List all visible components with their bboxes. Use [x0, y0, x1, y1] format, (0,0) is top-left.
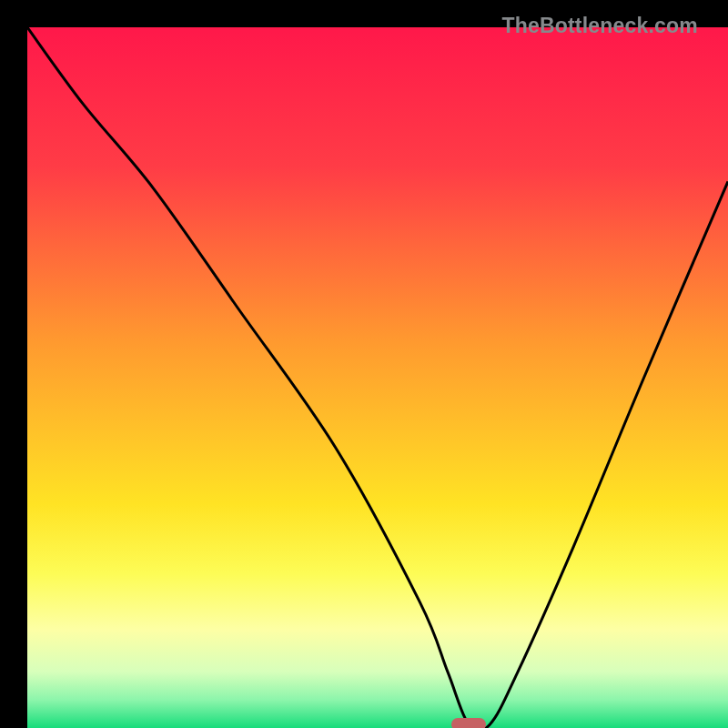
plot-area — [27, 27, 728, 728]
optimal-point-marker — [451, 718, 486, 728]
chart-frame: TheBottleneck.com — [14, 14, 714, 714]
watermark-text: TheBottleneck.com — [501, 14, 698, 38]
bottleneck-curve — [27, 27, 728, 728]
